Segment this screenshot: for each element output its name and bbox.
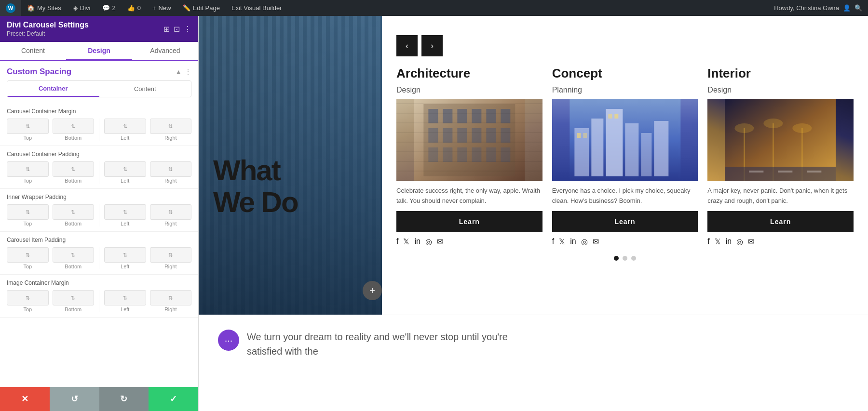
search-icon[interactable]: 🔍 <box>854 4 862 12</box>
iwp-left-input[interactable]: ⇅ <box>104 204 146 220</box>
panel-more-btn[interactable]: ⋮ <box>184 25 191 34</box>
redo-button[interactable]: ↻ <box>99 387 149 411</box>
reactions-item[interactable]: 👍 0 <box>122 0 147 16</box>
cards-area: ‹ › Architecture Design <box>382 16 868 315</box>
cip-left-label: Left <box>104 264 146 269</box>
margin-left-group: ⇅ Left <box>104 119 146 141</box>
svg-rect-30 <box>614 114 618 119</box>
margin-right-input[interactable]: ⇅ <box>150 119 192 134</box>
dot-2[interactable] <box>623 256 627 261</box>
icm-top-group: ⇅ Top <box>7 290 49 312</box>
cip-right-label: Right <box>150 264 192 269</box>
cip-left-input[interactable]: ⇅ <box>104 247 146 263</box>
svg-rect-16 <box>457 147 467 162</box>
svg-rect-28 <box>583 133 587 138</box>
concept-li-icon[interactable]: in <box>570 237 576 246</box>
cip-bottom-input[interactable]: ⇅ <box>53 247 95 263</box>
prev-arrow-btn[interactable]: ‹ <box>396 35 418 56</box>
arch-ig-icon[interactable]: ◎ <box>425 237 432 246</box>
iwp-top-input[interactable]: ⇅ <box>7 204 49 220</box>
interior-ig-icon[interactable]: ◎ <box>736 237 743 246</box>
undo-button[interactable]: ↺ <box>50 387 99 411</box>
iwp-top-label: Top <box>7 221 49 226</box>
card-architecture-learn-btn[interactable]: Learn <box>396 211 542 232</box>
svg-rect-13 <box>501 128 510 143</box>
ccp-left-group: ⇅ Left <box>104 161 146 184</box>
panel-header: Divi Carousel Settings Preset: Default ⊞… <box>0 16 198 42</box>
ccp-top-input[interactable]: ⇅ <box>7 161 49 177</box>
comments-item[interactable]: 💬 2 <box>96 0 122 16</box>
cip-top-input[interactable]: ⇅ <box>7 247 49 263</box>
tab-design[interactable]: Design <box>66 42 132 60</box>
image-container-margin-label: Image Container Margin <box>7 279 191 286</box>
svg-rect-9 <box>443 128 452 143</box>
tab-advanced[interactable]: Advanced <box>132 42 198 60</box>
new-item[interactable]: + New <box>147 0 177 16</box>
card-interior-learn-btn[interactable]: Learn <box>707 211 854 232</box>
icm-bottom-input[interactable]: ⇅ <box>53 290 95 305</box>
ccp-left-input[interactable]: ⇅ <box>104 161 146 177</box>
concept-ig-icon[interactable]: ◎ <box>581 237 588 246</box>
exit-builder-item[interactable]: Exit Visual Builder <box>226 0 288 16</box>
concept-fb-icon[interactable]: f <box>552 237 554 246</box>
interior-mail-icon[interactable]: ✉ <box>748 237 754 246</box>
divi-icon: ◈ <box>73 4 78 12</box>
svg-point-37 <box>793 123 812 133</box>
avatar-icon: 👤 <box>843 4 851 12</box>
svg-rect-7 <box>501 109 510 123</box>
concept-mail-icon[interactable]: ✉ <box>593 237 599 246</box>
margin-top-input[interactable]: ⇅ <box>7 119 49 134</box>
interior-fb-icon[interactable]: f <box>707 237 709 246</box>
iwp-right-input[interactable]: ⇅ <box>150 204 192 220</box>
card-architecture-image <box>396 99 542 181</box>
subtab-container[interactable]: Container <box>7 81 99 97</box>
interior-li-icon[interactable]: in <box>726 237 732 246</box>
divi-item[interactable]: ◈ Divi <box>67 0 96 16</box>
dot-1[interactable] <box>614 256 619 261</box>
panel-layout-btn[interactable]: ⊡ <box>174 25 180 34</box>
margin-bottom-input[interactable]: ⇅ <box>53 119 95 134</box>
subtab-content[interactable]: Content <box>99 81 191 97</box>
ccp-right-input[interactable]: ⇅ <box>150 161 192 177</box>
panel-expand-btn[interactable]: ⊞ <box>163 25 170 34</box>
add-section-btn[interactable]: + <box>363 281 382 300</box>
cip-right-input[interactable]: ⇅ <box>150 247 192 263</box>
ccp-top-label: Top <box>7 178 49 184</box>
bottom-text: We turn your dream to reality and we'll … <box>247 330 536 358</box>
save-button[interactable]: ✓ <box>149 387 198 411</box>
comment-icon: 💬 <box>102 4 110 12</box>
carousel-container-margin-row: ⇅ Top ⇅ Bottom ⇅ Left ⇅ Right <box>7 119 191 141</box>
iwp-bottom-group: ⇅ Bottom <box>53 204 95 226</box>
icm-top-input[interactable]: ⇅ <box>7 290 49 305</box>
card-concept-learn-btn[interactable]: Learn <box>552 211 698 232</box>
my-sites-item[interactable]: 🏠 My Sites <box>21 0 67 16</box>
carousel-dots <box>396 256 854 261</box>
dot-3[interactable] <box>631 256 636 261</box>
edit-page-item[interactable]: ✏️ Edit Page <box>177 0 226 16</box>
wp-logo-item[interactable]: W <box>0 0 21 16</box>
icm-right-input[interactable]: ⇅ <box>150 290 192 305</box>
icm-left-input[interactable]: ⇅ <box>104 290 146 305</box>
svg-rect-18 <box>486 147 496 162</box>
chat-bubble-icon[interactable]: ··· <box>218 330 239 351</box>
ccp-bottom-input[interactable]: ⇅ <box>53 161 95 177</box>
section-collapse-icon[interactable]: ▲ <box>175 68 182 76</box>
margin-right-label: Right <box>150 135 192 141</box>
iwp-bottom-input[interactable]: ⇅ <box>53 204 95 220</box>
cip-bottom-group: ⇅ Bottom <box>53 247 95 269</box>
margin-left-input[interactable]: ⇅ <box>104 119 146 134</box>
section-more-icon[interactable]: ⋮ <box>185 68 191 76</box>
icm-left-label: Left <box>104 306 146 312</box>
hero-text: WhatWe Do <box>213 155 298 218</box>
concept-tw-icon[interactable]: 𝕏 <box>559 237 565 246</box>
next-arrow-btn[interactable]: › <box>421 35 443 56</box>
arch-li-icon[interactable]: in <box>414 237 420 246</box>
arch-fb-icon[interactable]: f <box>396 237 398 246</box>
cancel-button[interactable]: ✕ <box>0 387 50 411</box>
svg-rect-3 <box>443 109 452 123</box>
arch-tw-icon[interactable]: 𝕏 <box>403 237 409 246</box>
arch-mail-icon[interactable]: ✉ <box>437 237 443 246</box>
interior-tw-icon[interactable]: 𝕏 <box>715 237 721 246</box>
tab-content[interactable]: Content <box>0 42 66 60</box>
svg-rect-24 <box>625 123 638 176</box>
